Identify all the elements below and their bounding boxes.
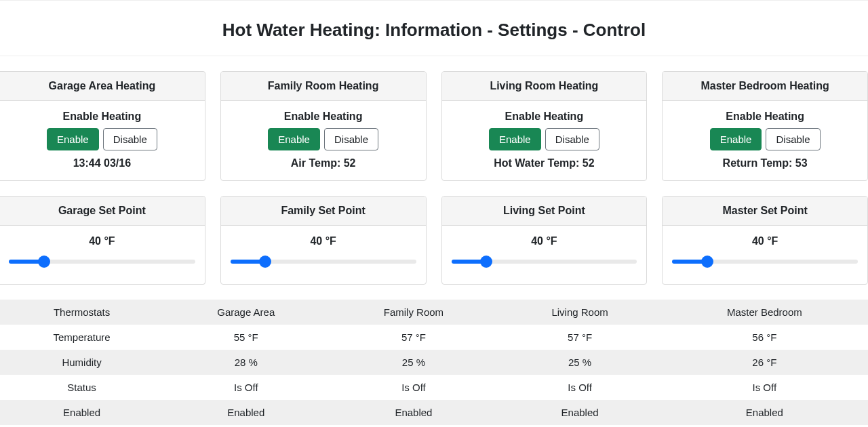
setpoint-value: 40 °F (6, 235, 198, 247)
enable-heating-label: Enable Heating (6, 110, 198, 123)
card-header: Garage Set Point (0, 197, 205, 226)
card-family-heating: Family Room Heating Enable Heating Enabl… (220, 71, 427, 181)
table-header-cell: Garage Area (163, 300, 328, 325)
card-garage-setpoint: Garage Set Point 40 °F (0, 196, 205, 285)
setpoint-slider[interactable] (9, 260, 195, 264)
page-title: Hot Water Heating: Information - Setting… (0, 0, 868, 56)
row-label: Temperature (0, 325, 163, 350)
disable-button[interactable]: Disable (766, 128, 820, 150)
table-row: Status Is Off Is Off Is Off Is Off (0, 375, 868, 400)
info-line: Air Temp: 52 (228, 157, 419, 169)
setpoint-slider[interactable] (452, 260, 637, 264)
heating-cards-row: Garage Area Heating Enable Heating Enabl… (0, 56, 868, 196)
info-line: Hot Water Temp: 52 (449, 157, 640, 169)
card-header: Family Room Heating (221, 72, 426, 101)
cell: 25 % (328, 350, 498, 375)
cell: 57 °F (328, 325, 498, 350)
table-header-cell: Thermostats (0, 300, 163, 325)
enable-toggle-group: Enable Disable (268, 128, 378, 150)
cell: 25 % (499, 350, 661, 375)
setpoint-cards-row: Garage Set Point 40 °F Family Set Point … (0, 196, 868, 300)
table-header-cell: Living Room (499, 300, 661, 325)
cell: Enabled (661, 400, 868, 425)
card-living-heating: Living Room Heating Enable Heating Enabl… (441, 71, 648, 181)
cell: 28 % (163, 350, 328, 375)
card-header: Master Bedroom Heating (663, 72, 867, 101)
disable-button[interactable]: Disable (324, 128, 378, 150)
card-family-setpoint: Family Set Point 40 °F (220, 196, 427, 285)
card-master-setpoint: Master Set Point 40 °F (662, 196, 868, 285)
cell: Is Off (499, 375, 661, 400)
cell: 57 °F (499, 325, 661, 350)
enable-button[interactable]: Enable (268, 128, 320, 150)
enable-heating-label: Enable Heating (449, 110, 640, 123)
info-line: 13:44 03/16 (6, 157, 198, 169)
info-line: Return Temp: 53 (669, 157, 861, 169)
table-header-row: Thermostats Garage Area Family Room Livi… (0, 300, 868, 325)
card-header: Living Set Point (442, 197, 647, 226)
setpoint-slider[interactable] (231, 260, 416, 264)
table-header-cell: Family Room (328, 300, 498, 325)
row-label: Enabled (0, 400, 163, 425)
cell: 26 °F (661, 350, 868, 375)
setpoint-value: 40 °F (449, 235, 640, 247)
table-row: Humidity 28 % 25 % 25 % 26 °F (0, 350, 868, 375)
cell: Enabled (499, 400, 661, 425)
card-header: Family Set Point (221, 197, 426, 226)
row-label: Humidity (0, 350, 163, 375)
card-living-setpoint: Living Set Point 40 °F (441, 196, 648, 285)
disable-button[interactable]: Disable (103, 128, 157, 150)
enable-button[interactable]: Enable (489, 128, 541, 150)
enable-heating-label: Enable Heating (669, 110, 861, 123)
card-header: Master Set Point (663, 197, 867, 226)
cell: 55 °F (163, 325, 328, 350)
disable-button[interactable]: Disable (545, 128, 599, 150)
row-label: Status (0, 375, 163, 400)
cell: Is Off (328, 375, 498, 400)
cell: Is Off (163, 375, 328, 400)
card-header: Garage Area Heating (0, 72, 205, 101)
card-master-heating: Master Bedroom Heating Enable Heating En… (662, 71, 868, 181)
table-header-cell: Master Bedroom (661, 300, 868, 325)
enable-toggle-group: Enable Disable (47, 128, 157, 150)
enable-button[interactable]: Enable (710, 128, 762, 150)
setpoint-slider[interactable] (672, 260, 858, 264)
cell: Enabled (328, 400, 498, 425)
enable-button[interactable]: Enable (47, 128, 99, 150)
cell: Enabled (163, 400, 328, 425)
table-row: Enabled Enabled Enabled Enabled Enabled (0, 400, 868, 425)
cell: 56 °F (661, 325, 868, 350)
card-garage-heating: Garage Area Heating Enable Heating Enabl… (0, 71, 205, 181)
cell: Is Off (661, 375, 868, 400)
thermostat-table: Thermostats Garage Area Family Room Livi… (0, 300, 868, 425)
enable-toggle-group: Enable Disable (710, 128, 821, 150)
enable-heating-label: Enable Heating (228, 110, 419, 123)
card-header: Living Room Heating (442, 72, 647, 101)
table-row: Temperature 55 °F 57 °F 57 °F 56 °F (0, 325, 868, 350)
setpoint-value: 40 °F (228, 235, 419, 247)
setpoint-value: 40 °F (669, 235, 861, 247)
enable-toggle-group: Enable Disable (489, 128, 599, 150)
